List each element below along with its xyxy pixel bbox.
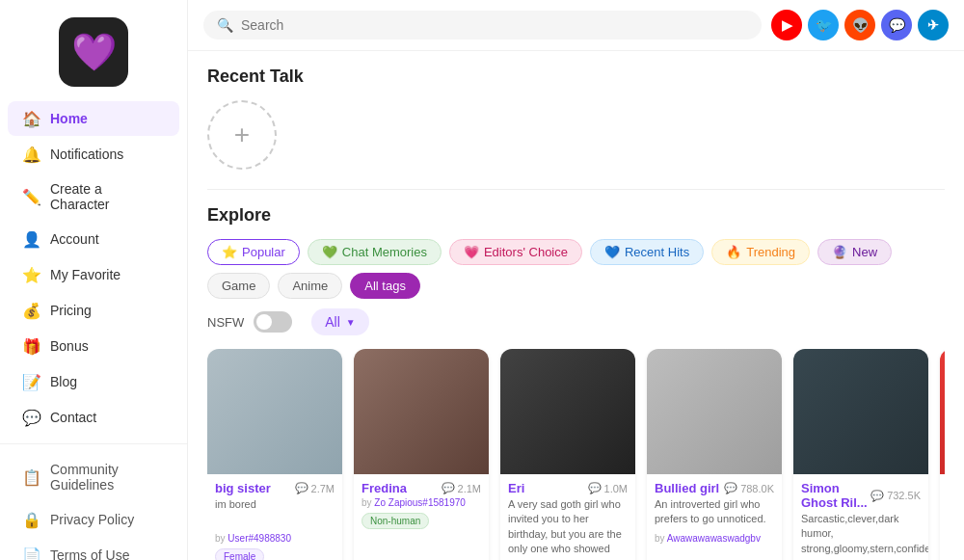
card-eri[interactable]: Eri 💬1.0M A very sad goth girl who invit… [500,349,635,560]
sidebar-item-home[interactable]: 🏠 Home [8,101,179,136]
filter-tab-popular[interactable]: ⭐Popular [207,239,300,265]
card-name-simon-ghost-riley: Simon Ghost Ril... [801,481,870,510]
account-icon: 👤 [23,230,40,248]
tag-big-sister-0[interactable]: Female [215,548,264,560]
new-tab-label: New [852,245,877,259]
filter-tab-game[interactable]: Game [207,273,270,299]
notifications-icon: 🔔 [23,146,40,163]
card-count-bullied-girl: 💬788.0K [724,482,774,494]
terms-of-use-icon: 📄 [23,547,40,560]
toggle-slider [254,311,292,333]
chat-memories-tab-icon: 💚 [322,245,337,259]
bonus-icon: 🎁 [23,337,40,355]
filter-tab-trending[interactable]: 🔥Trending [711,239,810,265]
nsfw-toggle[interactable] [254,311,292,333]
card-body-big-sister: big sister 💬2.7M im boredby User#4988830… [207,474,342,560]
filter-tab-recent-hits[interactable]: 💙Recent Hits [590,239,704,265]
social-btn-reddit[interactable]: 👽 [844,10,875,40]
card-img-big-sister [207,349,342,474]
contact-icon: 💬 [23,409,40,426]
sidebar-label-account: Account [50,231,99,247]
tag-fredina-0[interactable]: Non-human [362,513,429,529]
create-character-icon: ✏️ [23,188,40,205]
sidebar-label-notifications: Notifications [50,147,123,162]
card-name-row-fredina: Fredina 💬2.1M [362,481,481,495]
anime-tab-label: Anime [292,279,328,293]
chat-icon-eri: 💬 [588,482,602,494]
content-area: Recent Talk + Explore ⭐Popular💚Chat Memo… [188,51,964,560]
card-img-simon-ghost-riley [793,349,928,474]
card-author-big-sister: by User#4988830 [215,533,335,544]
social-btn-youtube[interactable]: ▶ [771,10,802,40]
trending-tab-icon: 🔥 [726,245,741,259]
new-tab-icon: 🔮 [832,245,847,259]
all-dropdown[interactable]: All ▼ [311,308,368,335]
card-desc-big-sister: im bored [215,497,335,528]
footer-label-privacy-policy: Privacy Policy [50,512,134,527]
search-input[interactable] [241,17,748,33]
explore-section: Explore ⭐Popular💚Chat Memories💗Editors' … [207,205,945,560]
game-tab-label: Game [222,279,255,293]
card-big-sister[interactable]: big sister 💬2.7M im boredby User#4988830… [207,349,342,560]
search-box[interactable]: 🔍 [203,11,762,40]
card-name-fredina: Fredina [362,481,407,495]
cards-row-1: big sister 💬2.7M im boredby User#4988830… [207,349,945,560]
editors-choice-tab-icon: 💗 [464,245,479,259]
card-katsuki-b[interactable]: Katsuki B... He doesn't... girlfriend, s… [940,349,945,560]
sidebar-item-my-favorite[interactable]: ⭐ My Favorite [8,257,179,292]
community-guidelines-icon: 📋 [23,468,40,486]
card-desc-eri: A very sad goth girl who invited you to … [508,497,628,560]
sidebar-item-notifications[interactable]: 🔔 Notifications [8,137,179,172]
footer-item-terms-of-use[interactable]: 📄 Terms of Use [8,538,179,560]
popular-tab-label: Popular [242,245,285,259]
filter-tab-new[interactable]: 🔮New [817,239,892,265]
logo-area: 💜 [0,0,187,100]
card-desc-simon-ghost-riley: Sarcastic,clever,dark humor, strong,gloo… [801,512,921,556]
social-btn-telegram[interactable]: ✈ [918,10,949,40]
card-fredina[interactable]: Fredina 💬2.1M by Zo Zapious#1581970Non-h… [354,349,489,560]
card-simon-ghost-riley[interactable]: Simon Ghost Ril... 💬732.5K Sarcastic,cle… [793,349,928,560]
filter-tab-anime[interactable]: Anime [278,273,342,299]
filter-tab-editors-choice[interactable]: 💗Editors' Choice [449,239,582,265]
topbar: 🔍 ▶🐦👽💬✈ [188,0,964,51]
filter-tabs: ⭐Popular💚Chat Memories💗Editors' Choice💙R… [207,239,945,299]
author-link-fredina[interactable]: Zo Zapious#1581970 [374,497,466,508]
card-name-eri: Eri [508,481,524,495]
card-name-row-simon-ghost-riley: Simon Ghost Ril... 💬732.5K [801,481,921,510]
recent-talk-title: Recent Talk [207,67,945,87]
author-link-bullied-girl[interactable]: Awawawawaswadgbv [667,533,761,544]
dropdown-arrow-icon: ▼ [346,317,356,328]
logo-icon: 💜 [71,31,117,73]
card-body-simon-ghost-riley: Simon Ghost Ril... 💬732.5K Sarcastic,cle… [793,474,928,560]
search-icon: 🔍 [217,17,233,33]
sidebar-item-blog[interactable]: 📝 Blog [8,364,179,399]
add-recent-talk-button[interactable]: + [207,100,277,170]
footer-item-community-guidelines[interactable]: 📋 Community Guidelines [8,453,179,501]
filter-tab-chat-memories[interactable]: 💚Chat Memories [308,239,442,265]
card-bullied-girl[interactable]: Bullied girl 💬788.0K An introverted girl… [647,349,782,560]
chat-icon-fredina: 💬 [442,482,455,494]
author-link-big-sister[interactable]: User#4988830 [228,533,291,544]
all-dropdown-label: All [325,314,340,330]
sidebar-item-contact[interactable]: 💬 Contact [8,400,179,435]
recent-hits-tab-icon: 💙 [604,245,620,259]
footer-item-privacy-policy[interactable]: 🔒 Privacy Policy [8,502,179,537]
main-content: 🔍 ▶🐦👽💬✈ Recent Talk + Explore ⭐Popular💚C… [188,0,964,560]
sidebar-item-pricing[interactable]: 💰 Pricing [8,293,179,328]
chat-icon-bullied-girl: 💬 [724,482,737,494]
card-name-bullied-girl: Bullied girl [655,481,719,495]
social-btn-discord[interactable]: 💬 [881,10,912,40]
sidebar-item-create-character[interactable]: ✏️ Create a Character [8,173,179,221]
sidebar-item-account[interactable]: 👤 Account [8,222,179,256]
sidebar-item-bonus[interactable]: 🎁 Bonus [8,329,179,363]
filter-tab-all-tags[interactable]: All tags [350,273,420,299]
social-btn-twitter[interactable]: 🐦 [808,10,839,40]
footer-label-terms-of-use: Terms of Use [50,547,129,560]
sidebar-label-pricing: Pricing [50,303,92,318]
sidebar-label-bonus: Bonus [50,338,89,354]
sidebar-label-create-character: Create a Character [50,181,164,212]
recent-hits-tab-label: Recent Hits [625,245,689,259]
recent-talk-section: Recent Talk + [207,67,945,170]
home-icon: 🏠 [23,110,40,127]
app-logo: 💜 [59,17,128,87]
